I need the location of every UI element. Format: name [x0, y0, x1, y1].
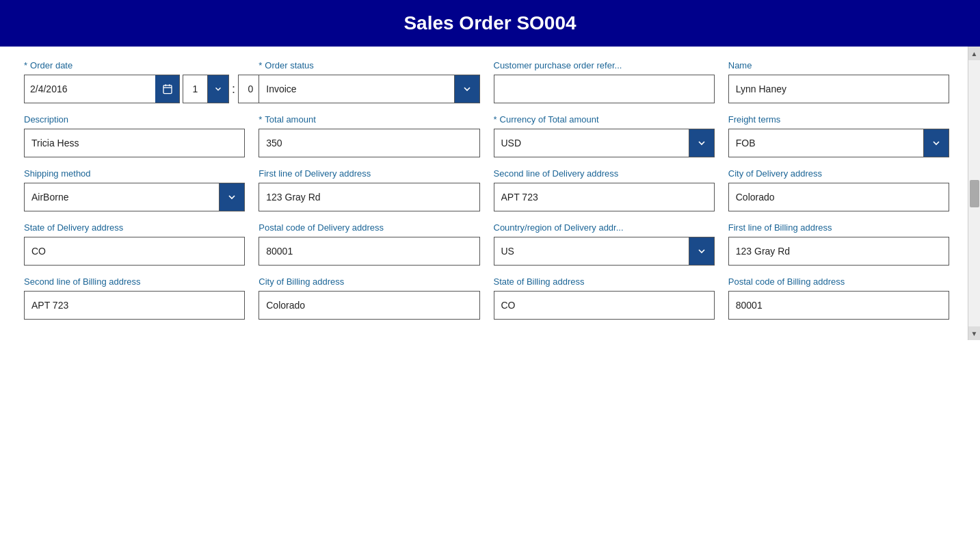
form-container: *Order date : — [0, 47, 980, 340]
billing-city-label: City of Billing address — [259, 276, 479, 287]
required-star-currency: * — [494, 114, 497, 125]
delivery-state-input[interactable] — [24, 237, 245, 266]
customer-po-col: Customer purchase order refer... — [490, 60, 725, 103]
name-col: Name — [725, 60, 959, 103]
billing-state-input[interactable] — [494, 291, 715, 320]
freight-terms-select-wrapper — [728, 129, 949, 157]
scroll-thumb[interactable] — [970, 180, 979, 207]
billing-addr-line1-label: First line of Billing address — [728, 222, 949, 233]
hour-input[interactable] — [183, 75, 207, 103]
chevron-down-icon-shipping — [226, 192, 237, 203]
billing-city-input[interactable] — [259, 291, 479, 320]
form-row-2: Description *Total amount *Currency of T… — [21, 114, 959, 157]
delivery-city-input[interactable] — [728, 183, 949, 211]
shipping-method-select-wrapper — [24, 183, 245, 211]
delivery-state-label: State of Delivery address — [24, 222, 245, 233]
delivery-addr-line1-label: First line of Delivery address — [259, 168, 479, 179]
delivery-country-select-wrapper — [494, 237, 715, 266]
total-amount-label: *Total amount — [259, 114, 479, 125]
delivery-country-label: Country/region of Delivery addr... — [494, 222, 715, 233]
date-input-wrapper — [24, 75, 180, 103]
billing-addr-line2-label: Second line of Billing address — [24, 276, 245, 287]
order-status-label: *Order status — [259, 60, 479, 70]
time-separator: : — [229, 75, 238, 103]
delivery-country-input[interactable] — [494, 237, 689, 266]
chevron-down-icon-status — [462, 83, 473, 94]
page-header: Sales Order SO004 — [0, 0, 980, 47]
delivery-postal-input[interactable] — [259, 237, 479, 266]
order-status-select-wrapper — [259, 75, 479, 103]
required-star-order-status: * — [259, 60, 262, 70]
billing-postal-label: Postal code of Billing address — [728, 276, 949, 287]
delivery-addr-line2-col: Second line of Delivery address — [490, 168, 725, 211]
customer-po-input[interactable] — [494, 75, 715, 103]
form-row-4: State of Delivery address Postal code of… — [21, 222, 959, 266]
billing-addr-line2-col: Second line of Billing address — [21, 276, 255, 320]
delivery-country-col: Country/region of Delivery addr... — [490, 222, 725, 266]
svg-rect-0 — [163, 86, 172, 94]
scroll-down-arrow[interactable]: ▼ — [968, 326, 981, 340]
form-row-3: Shipping method First line of Delivery a… — [21, 168, 959, 211]
description-col: Description — [21, 114, 255, 157]
billing-addr-line1-col: First line of Billing address — [725, 222, 959, 266]
chevron-down-icon-country — [696, 246, 707, 257]
billing-state-col: State of Billing address — [490, 276, 725, 320]
delivery-city-label: City of Delivery address — [728, 168, 949, 179]
chevron-down-icon — [213, 84, 223, 94]
delivery-state-col: State of Delivery address — [21, 222, 255, 266]
billing-addr-line1-input[interactable] — [728, 237, 949, 266]
billing-addr-line2-input[interactable] — [24, 291, 245, 320]
delivery-postal-label: Postal code of Delivery address — [259, 222, 479, 233]
shipping-method-label: Shipping method — [24, 168, 245, 179]
calendar-button[interactable] — [155, 75, 180, 103]
form-row-1: *Order date : — [21, 60, 959, 103]
delivery-addr-line1-input[interactable] — [259, 183, 479, 211]
freight-terms-input[interactable] — [728, 129, 923, 157]
freight-terms-dropdown-btn[interactable] — [923, 129, 949, 157]
delivery-country-dropdown-btn[interactable] — [689, 237, 715, 266]
billing-postal-input[interactable] — [728, 291, 949, 320]
chevron-down-icon-freight — [931, 138, 942, 149]
hour-spinner-btn[interactable] — [207, 75, 229, 103]
currency-col: *Currency of Total amount — [490, 114, 725, 157]
description-label: Description — [24, 114, 245, 125]
billing-postal-col: Postal code of Billing address — [725, 276, 959, 320]
form-row-5: Second line of Billing address City of B… — [21, 276, 959, 320]
delivery-addr-line2-input[interactable] — [494, 183, 715, 211]
currency-input[interactable] — [494, 129, 689, 157]
hour-spinner — [183, 75, 229, 103]
delivery-postal-col: Postal code of Delivery address — [255, 222, 490, 266]
delivery-addr-line2-label: Second line of Delivery address — [494, 168, 715, 179]
currency-label: *Currency of Total amount — [494, 114, 715, 125]
required-star-order-date: * — [24, 60, 27, 70]
shipping-method-col: Shipping method — [21, 168, 255, 211]
order-status-dropdown-btn[interactable] — [454, 75, 480, 103]
freight-terms-label: Freight terms — [728, 114, 949, 125]
name-label: Name — [728, 60, 949, 70]
currency-dropdown-btn[interactable] — [689, 129, 715, 157]
scrollbar[interactable]: ▲ ▼ — [968, 47, 980, 340]
required-star-total: * — [259, 114, 262, 125]
order-status-input[interactable] — [259, 75, 453, 103]
page-title: Sales Order SO004 — [403, 12, 576, 34]
total-amount-col: *Total amount — [255, 114, 490, 157]
order-status-col: *Order status — [255, 60, 490, 103]
order-date-datetime: : — [24, 75, 245, 103]
billing-city-col: City of Billing address — [255, 276, 490, 320]
freight-terms-col: Freight terms — [725, 114, 959, 157]
order-date-input[interactable] — [24, 75, 155, 103]
delivery-city-col: City of Delivery address — [725, 168, 959, 211]
delivery-addr-line1-col: First line of Delivery address — [255, 168, 490, 211]
name-input[interactable] — [728, 75, 949, 103]
order-date-col: *Order date : — [21, 60, 255, 103]
shipping-method-input[interactable] — [24, 183, 219, 211]
calendar-icon — [162, 83, 173, 94]
total-amount-input[interactable] — [259, 129, 479, 157]
scroll-up-arrow[interactable]: ▲ — [968, 47, 981, 60]
shipping-method-dropdown-btn[interactable] — [219, 183, 245, 211]
chevron-down-icon-currency — [696, 138, 707, 149]
billing-state-label: State of Billing address — [494, 276, 715, 287]
currency-select-wrapper — [494, 129, 715, 157]
description-input[interactable] — [24, 129, 245, 157]
order-date-label: *Order date — [24, 60, 245, 70]
